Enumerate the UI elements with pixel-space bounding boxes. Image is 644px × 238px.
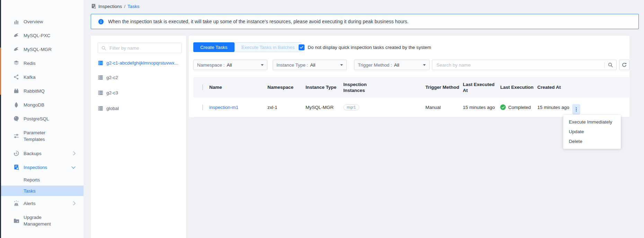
instance-type-select[interactable]: Instance Type : All: [273, 60, 347, 70]
task-search-box: [432, 60, 617, 70]
caret-down-icon: [423, 64, 426, 66]
refresh-button[interactable]: [619, 60, 629, 70]
network-nodes-icon: [13, 74, 19, 80]
caret-down-icon: [261, 64, 264, 66]
select-all-checkbox[interactable]: [202, 84, 203, 90]
info-banner-text: When the inspection task is executed, it…: [108, 19, 408, 24]
column-header-trigger-method: Trigger Method: [425, 84, 463, 90]
chevron-down-icon: [71, 165, 75, 169]
row-actions-menu: Execute Immediately Update Delete: [563, 115, 621, 149]
breadcrumb-current[interactable]: Tasks: [127, 4, 140, 9]
menu-item-delete[interactable]: Delete: [563, 137, 621, 146]
dolphin-icon: [13, 46, 19, 52]
sidebar-item-label: Kafka: [24, 74, 36, 80]
sidebar-item-mysql-mgr[interactable]: MySQL-MGR: [1, 44, 83, 54]
filter-search-input[interactable]: [109, 45, 178, 51]
column-header-created-at: Created At: [537, 84, 629, 90]
sidebar-item-reports[interactable]: Reports: [1, 175, 83, 185]
cell-namespace: zxl-1: [267, 105, 306, 110]
sidebar-item-mysql-pxc[interactable]: MySQL-PXC: [1, 30, 83, 41]
filter-search-box: [98, 43, 182, 53]
instance-type-select-value: All: [310, 62, 315, 68]
breadcrumb-separator: /: [124, 4, 125, 9]
rabbitmq-icon: [13, 88, 19, 94]
cluster-item-label: g2-c2: [106, 75, 118, 80]
sidebar-item-overview[interactable]: Overview: [1, 16, 83, 27]
chevron-right-icon: [71, 201, 75, 205]
instance-type-select-label: Instance Type :: [276, 62, 308, 68]
elephant-icon: [13, 116, 19, 122]
sidebar-item-upgrade-management[interactable]: Upgrade Management: [1, 212, 83, 229]
cluster-item-g2-c3[interactable]: g2-c3: [98, 88, 184, 97]
status-text: Completed: [508, 105, 531, 110]
server-rack-icon: [98, 105, 104, 111]
inspection-doc-magnifier-icon: [13, 164, 19, 170]
sidebar-item-label: MySQL-PXC: [24, 32, 50, 39]
sidebar-item-backups[interactable]: Backups: [1, 148, 83, 159]
trigger-method-select[interactable]: Trigger Method : All: [354, 60, 430, 70]
cluster-item-g2-c1[interactable]: g2-c1-abcdefghijklmnopqrstuvwx...: [98, 58, 184, 67]
sidebar-item-label: Upgrade Management: [24, 214, 66, 227]
dolphin-icon: [13, 32, 19, 39]
sidebar-item-label: Parameter Templates: [24, 129, 66, 143]
column-header-namespace: Namespace: [267, 84, 306, 90]
sidebar-item-inspections[interactable]: Inspections: [1, 162, 83, 172]
sidebar-item-rabbitmq[interactable]: RabbitMQ: [1, 86, 83, 96]
column-header-inspection-instances: Inspection Instances: [343, 82, 372, 93]
search-icon[interactable]: [605, 60, 616, 70]
sidebar-item-label: Redis: [24, 60, 36, 67]
task-search-input[interactable]: [436, 62, 604, 68]
sidebar-item-label: Alerts: [24, 200, 36, 207]
check-icon: [299, 45, 304, 50]
breadcrumb: Inspections / Tasks: [91, 3, 140, 10]
menu-item-execute-immediately[interactable]: Execute Immediately: [563, 117, 621, 127]
sidebar-item-alerts[interactable]: Alerts: [1, 198, 83, 209]
cell-trigger-method: Manual: [425, 105, 463, 110]
folder-gear-icon: [13, 218, 19, 224]
bar-chart-icon: [13, 18, 19, 25]
sidebar-item-label: Backups: [24, 150, 42, 157]
task-name-link[interactable]: inspection-m1: [209, 105, 267, 110]
cluster-item-g2-c2[interactable]: g2-c2: [98, 73, 184, 82]
column-header-name: Name: [209, 84, 267, 90]
sidebar-item-parameter-templates[interactable]: Parameter Templates: [1, 127, 83, 145]
row-checkbox[interactable]: [202, 104, 203, 110]
sidebar-item-redis[interactable]: Redis: [1, 58, 83, 68]
sliders-icon: [13, 133, 19, 139]
sidebar-item-kafka[interactable]: Kafka: [1, 72, 83, 82]
hide-system-tasks-checkbox[interactable]: [299, 44, 305, 50]
cluster-item-label: g2-c3: [106, 90, 118, 95]
menu-item-update[interactable]: Update: [563, 127, 621, 137]
cell-last-execution: Completed: [500, 104, 537, 110]
info-banner: When the inspection task is executed, it…: [91, 14, 639, 29]
trigger-method-select-value: All: [394, 62, 399, 68]
cluster-filter-panel: g2-c1-abcdefghijklmnopqrstuvwx... g2-c2 …: [91, 36, 186, 238]
column-header-last-executed-at: Last Executed At: [463, 82, 500, 93]
instance-tag: mgr1: [343, 104, 359, 110]
layers-icon: [13, 60, 19, 66]
app-window: Overview MySQL-PXC MySQL-MGR Redis Kafka: [0, 0, 644, 238]
cell-created-at: 15 minutes ago: [537, 105, 629, 110]
inspection-doc-magnifier-icon: [91, 3, 96, 9]
caret-down-icon: [340, 64, 343, 66]
refresh-icon: [621, 62, 627, 68]
breadcrumb-parent[interactable]: Inspections: [98, 4, 122, 9]
sidebar-item-label: Tasks: [24, 188, 36, 194]
sidebar-item-mongodb[interactable]: MongoDB: [1, 100, 83, 110]
leaf-icon: [13, 102, 19, 108]
sidebar: Overview MySQL-PXC MySQL-MGR Redis Kafka: [1, 0, 83, 238]
row-actions-kebab-button[interactable]: [572, 104, 580, 114]
namespace-select[interactable]: Namespace : All: [193, 60, 267, 70]
history-icon: [13, 150, 19, 156]
sidebar-item-label: Inspections: [24, 164, 47, 171]
cell-instance-type: MySQL-MGR: [306, 105, 343, 110]
create-tasks-button[interactable]: Create Tasks: [193, 42, 235, 52]
server-rack-icon: [98, 90, 104, 96]
sidebar-item-postgresql[interactable]: PostgreSQL: [1, 113, 83, 124]
cluster-item-global[interactable]: global: [98, 104, 184, 113]
sidebar-item-label: Reports: [24, 177, 40, 183]
column-header-last-execution: Last Execution: [500, 84, 537, 90]
alarm-icon: [13, 200, 19, 206]
execute-tasks-in-batches-button[interactable]: Execute Tasks in Batches: [235, 42, 301, 52]
sidebar-item-tasks[interactable]: Tasks: [1, 186, 83, 196]
